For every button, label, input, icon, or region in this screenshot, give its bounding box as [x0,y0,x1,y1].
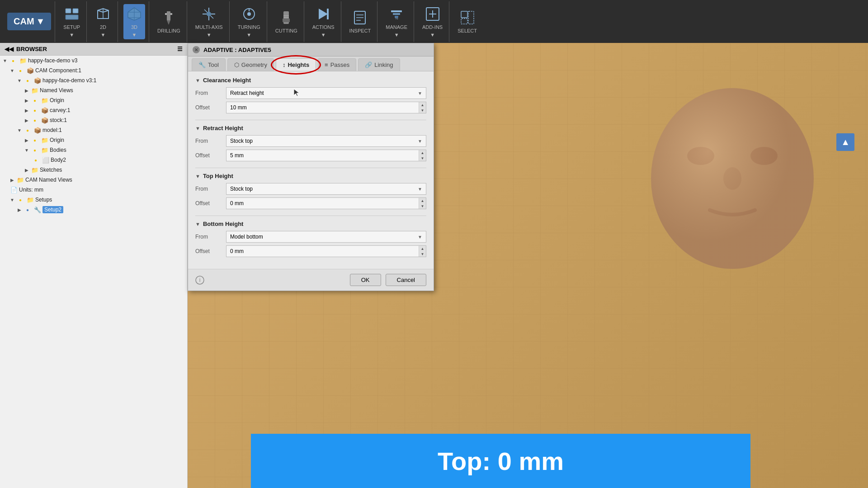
tab-passes[interactable]: ≡ Passes [318,58,356,71]
svg-marker-20 [319,9,328,19]
tab-tool[interactable]: 🔧 Tool [192,58,226,71]
retract-height-header: ▼ Retract Height [195,125,426,131]
setup-icon: 🔧 [33,206,42,214]
tree-item[interactable]: ▶ 📁 Named Views [0,85,187,95]
tree-item[interactable]: ▼ ● 📦 CAM Component:1 [0,66,187,75]
bottom-offset-label: Offset [195,248,222,254]
browser-header: ◀◀ BROWSER ☰ [0,43,187,56]
tree-item[interactable]: ▼ ● 📁 happy-face-demo v3 [0,56,187,66]
tree-item[interactable]: ▶ ● 📦 stock:1 [0,115,187,125]
bottom-from-label: From [195,234,222,240]
dialog-close-button[interactable]: ✕ [193,46,200,53]
actions-button[interactable]: ACTIONS ▼ [310,4,337,39]
2d-button[interactable]: 2D ▼ [92,4,114,39]
svg-rect-21 [327,9,329,19]
clearance-height-title: Clearance Height [203,77,251,84]
retract-offset-input[interactable] [226,150,419,161]
folder-icon: 📁 [31,166,39,174]
browser-back-icon[interactable]: ◀◀ [5,46,14,52]
bottom-from-select[interactable]: Model bottom ▼ [226,231,426,243]
3d-button[interactable]: 3D ▼ [123,4,145,39]
top-offset-input[interactable] [226,198,419,209]
dialog-info-icon[interactable]: i [195,276,204,285]
tab-heights[interactable]: ↕ Heights [276,58,316,71]
inspect-button[interactable]: INSPECT [347,8,374,35]
cutting-group: CUTTING [269,1,304,42]
up-arrow-button[interactable]: ▲ [836,133,854,151]
tree-item[interactable]: ▶ 📁 Sketches [0,165,187,175]
tree-item[interactable]: ● ⬜ Body2 [0,155,187,165]
setup-button[interactable]: SETUP ▼ [61,4,83,39]
clearance-height-section: ▼ Clearance Height From Retract height ▼… [195,77,426,113]
browser-panel: ◀◀ BROWSER ☰ ▼ ● 📁 happy-face-demo v3 ▼ … [0,43,188,488]
manage-button[interactable]: % MANAGE ▼ [383,4,410,39]
folder-icon: 📁 [19,56,27,65]
retract-offset-spinner: ▲ ▼ [419,150,426,161]
svg-point-12 [207,12,211,16]
expand-arrow: ▼ [16,78,23,83]
cancel-button[interactable]: Cancel [386,274,426,286]
top-collapse-arrow[interactable]: ▼ [195,174,200,179]
tab-passes-label: Passes [330,61,350,68]
clearance-offset-increment[interactable]: ▲ [419,102,426,108]
top-height-section: ▼ Top Height From Stock top ▼ Offset ▲ ▼ [195,173,426,209]
retract-from-label: From [195,138,222,144]
top-offset-label: Offset [195,200,222,206]
tab-linking[interactable]: 🔗 Linking [358,58,400,71]
retract-offset-increment[interactable]: ▲ [419,150,426,155]
tree-item[interactable]: ▶ 📁 CAM Named Views [0,175,187,185]
units-icon: 📄 [10,186,18,194]
clearance-offset-decrement[interactable]: ▼ [419,108,426,113]
folder-icon: 📁 [31,86,39,94]
clearance-from-value: Retract height [230,90,264,96]
tree-item[interactable]: ▼ ● 📦 model:1 [0,125,187,135]
node-dot: ● [24,76,32,84]
retract-from-select[interactable]: Stock top ▼ [226,135,426,147]
tree-item[interactable]: ▶ ● 📁 Origin [0,95,187,105]
turning-button[interactable]: TURNING ▼ [235,4,263,39]
tree-item[interactable]: ▼ ● 📁 Setups [0,195,187,205]
top-offset-increment[interactable]: ▲ [419,198,426,203]
bottom-height-header: ▼ Bottom Height [195,221,426,227]
top-from-select[interactable]: Stock top ▼ [226,183,426,195]
ok-button[interactable]: OK [350,274,381,286]
svg-point-14 [247,12,251,16]
dialog-tabs: 🔧 Tool ⬡ Geometry ↕ Heights ≡ Passes 🔗 L… [188,56,434,71]
cam-button[interactable]: CAM ▼ [7,13,51,30]
bottom-offset-input[interactable] [226,246,419,257]
tree-item[interactable]: ▶ ● 📁 Origin [0,135,187,145]
2d-arrow: ▼ [101,32,106,38]
retract-collapse-arrow[interactable]: ▼ [195,126,200,131]
tree-item-label: happy-face-demo v3 [28,57,77,64]
select-icon [459,9,476,26]
cutting-button[interactable]: CUTTING [273,8,300,35]
browser-menu-icon[interactable]: ☰ [177,46,183,52]
expand-arrow: ▶ [24,108,30,113]
retract-height-title: Retract Height [203,125,243,131]
bottom-collapse-arrow[interactable]: ▼ [195,221,200,227]
tree-item: 📄 Units: mm [0,185,187,195]
top-offset-decrement[interactable]: ▼ [419,203,426,209]
clearance-from-select[interactable]: Retract height ▼ [226,87,426,99]
clearance-collapse-arrow[interactable]: ▼ [195,78,200,83]
select-button[interactable]: SELECT [455,8,480,35]
tree-item[interactable]: ▶ ● 🔧 Setup2 [0,205,187,215]
svg-rect-35 [468,11,474,24]
svg-rect-7 [165,13,167,15]
tree-item[interactable]: ▶ ● 📦 carvey:1 [0,105,187,115]
retract-offset-decrement[interactable]: ▼ [419,155,426,161]
clearance-offset-input[interactable] [226,102,419,113]
multi-axis-arrow: ▼ [207,32,212,38]
tree-item[interactable]: ▼ ● 📁 Bodies [0,145,187,155]
add-ins-button[interactable]: ADD-INS ▼ [420,4,445,39]
tab-geometry[interactable]: ⬡ Geometry [227,58,274,71]
tree-item[interactable]: ▼ ● 📦 happy-face-demo v3:1 [0,75,187,85]
drilling-button[interactable]: DRILLING [155,8,183,35]
bottom-offset-decrement[interactable]: ▼ [419,251,426,257]
clearance-offset-input-wrapper: ▲ ▼ [226,102,426,113]
node-dot: ● [24,206,32,214]
3d-icon [126,6,142,22]
multi-axis-button[interactable]: MULTI-AXIS ▼ [193,4,226,39]
retract-offset-label: Offset [195,152,222,159]
bottom-offset-increment[interactable]: ▲ [419,246,426,251]
